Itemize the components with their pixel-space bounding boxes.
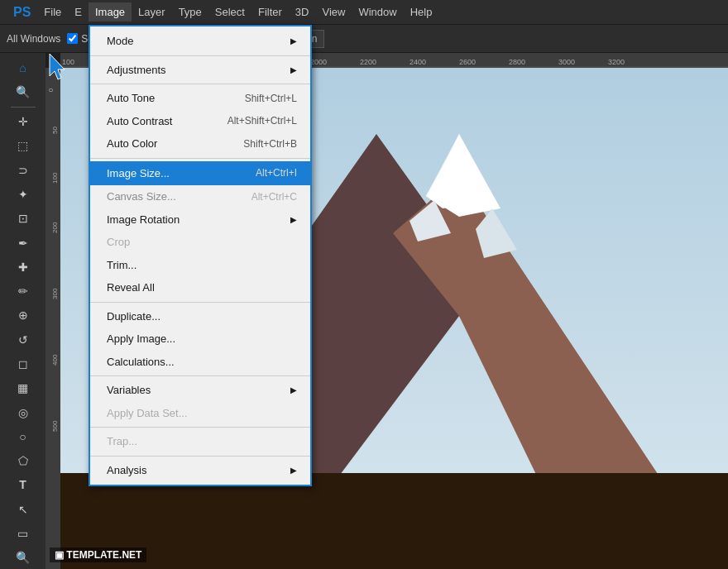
menu-adjustments[interactable]: Adjustments ▶	[90, 59, 310, 82]
separator-2	[90, 84, 310, 84]
separator-6	[90, 427, 310, 428]
menu-image-rotation-arrow: ▶	[290, 213, 297, 226]
dropdown-overlay: Mode ▶ Adjustments ▶ Auto Tone Shift+Ctr…	[0, 25, 728, 569]
menu-mode[interactable]: Mode ▶	[90, 30, 310, 53]
menu-auto-color-label: Auto Color	[107, 136, 157, 152]
menu-duplicate-label: Duplicate...	[107, 308, 160, 325]
menu-variables[interactable]: Variables ▶	[90, 379, 310, 402]
image-dropdown-menu: Mode ▶ Adjustments ▶ Auto Tone Shift+Ctr…	[89, 25, 312, 486]
menu-reveal-all-label: Reveal All	[107, 280, 155, 296]
menu-canvas-size-label: Canvas Size...	[107, 189, 176, 205]
menu-apply-image[interactable]: Apply Image...	[90, 328, 310, 351]
watermark-text: TEMPLATE.NET	[66, 549, 141, 561]
ps-logo[interactable]: PS	[7, 2, 37, 23]
separator-7	[90, 456, 310, 457]
3d-menu[interactable]: 3D	[289, 2, 316, 22]
menu-analysis-label: Analysis	[107, 462, 146, 479]
menu-image-rotation-label: Image Rotation	[107, 212, 180, 228]
menu-mode-arrow: ▶	[290, 35, 297, 47]
menu-image-size-label: Image Size...	[107, 165, 170, 182]
menu-auto-color[interactable]: Auto Color Shift+Ctrl+B	[90, 132, 310, 155]
menu-analysis-arrow: ▶	[290, 464, 297, 476]
menu-trap-label: Trap...	[107, 433, 137, 450]
separator-3	[90, 158, 310, 159]
menu-trim-label: Trim...	[107, 257, 136, 274]
menu-auto-contrast[interactable]: Auto Contrast Alt+Shift+Ctrl+L	[90, 110, 310, 133]
help-menu[interactable]: Help	[404, 2, 439, 22]
separator-4	[90, 302, 310, 303]
menu-variables-label: Variables	[107, 382, 151, 399]
menu-auto-tone-label: Auto Tone	[107, 90, 155, 107]
edit-menu[interactable]: E	[68, 2, 89, 22]
menu-mode-label: Mode	[107, 33, 134, 50]
select-menu[interactable]: Select	[208, 2, 251, 22]
menu-auto-tone-shortcut: Shift+Ctrl+L	[245, 91, 297, 106]
menu-duplicate[interactable]: Duplicate...	[90, 305, 310, 328]
menu-image-size[interactable]: Image Size... Alt+Ctrl+I	[90, 161, 310, 186]
menu-apply-image-label: Apply Image...	[107, 331, 175, 347]
menu-crop[interactable]: Crop	[90, 231, 310, 254]
separator-5	[90, 375, 310, 376]
menu-image-size-shortcut: Alt+Ctrl+I	[256, 165, 297, 180]
menu-calculations-label: Calculations...	[107, 354, 175, 371]
menu-auto-contrast-label: Auto Contrast	[107, 113, 173, 130]
type-menu[interactable]: Type	[172, 2, 208, 22]
cursor-arrow	[43, 50, 76, 86]
layer-menu[interactable]: Layer	[132, 2, 172, 22]
watermark-icon: ▣	[55, 549, 64, 561]
menu-auto-tone[interactable]: Auto Tone Shift+Ctrl+L	[90, 87, 310, 110]
menu-adjustments-label: Adjustments	[107, 62, 166, 79]
menu-auto-color-shortcut: Shift+Ctrl+B	[243, 136, 297, 151]
menu-canvas-size[interactable]: Canvas Size... Alt+Ctrl+C	[90, 185, 310, 208]
menu-analysis[interactable]: Analysis ▶	[90, 459, 310, 482]
menu-bar: PS File E Image Layer Type Select Filter…	[0, 0, 728, 25]
menu-variables-arrow: ▶	[290, 384, 297, 396]
menu-apply-data-set[interactable]: Apply Data Set...	[90, 402, 310, 425]
menu-calculations[interactable]: Calculations...	[90, 351, 310, 374]
menu-adjustments-arrow: ▶	[290, 64, 297, 76]
menu-canvas-size-shortcut: Alt+Ctrl+C	[251, 189, 297, 204]
menu-trim[interactable]: Trim...	[90, 254, 310, 277]
separator-1	[90, 55, 310, 56]
watermark: ▣ TEMPLATE.NET	[50, 547, 146, 562]
menu-reveal-all[interactable]: Reveal All	[90, 276, 310, 299]
menu-apply-data-set-label: Apply Data Set...	[107, 405, 188, 422]
window-menu[interactable]: Window	[352, 2, 403, 22]
filter-menu[interactable]: Filter	[251, 2, 289, 22]
file-menu[interactable]: File	[37, 2, 68, 22]
image-menu[interactable]: Image	[89, 2, 132, 22]
menu-crop-label: Crop	[107, 234, 130, 251]
view-menu[interactable]: View	[315, 2, 352, 22]
menu-image-rotation[interactable]: Image Rotation ▶	[90, 208, 310, 232]
menu-auto-contrast-shortcut: Alt+Shift+Ctrl+L	[228, 113, 297, 128]
menu-trap[interactable]: Trap...	[90, 430, 310, 453]
